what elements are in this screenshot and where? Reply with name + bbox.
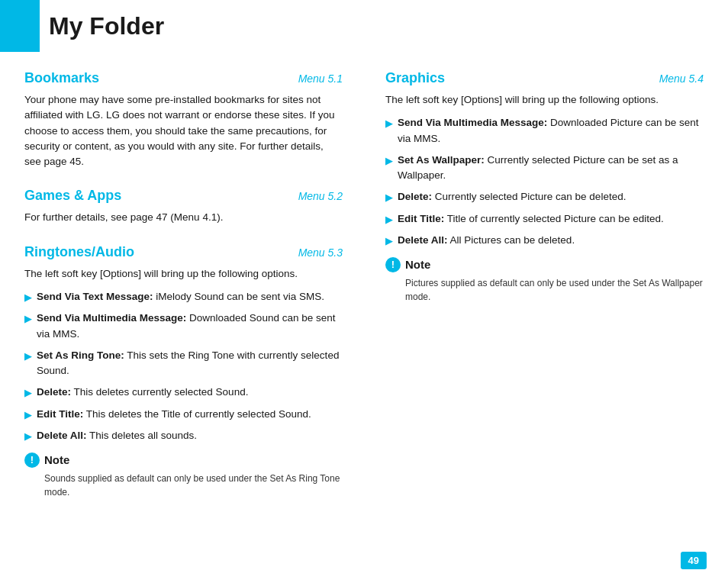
games-apps-title: Games & Apps	[24, 188, 121, 204]
note-body: Sounds supplied as default can only be u…	[24, 472, 343, 499]
ringtones-bullet-list: ▶ Send Via Text Message: iMelody Sound c…	[24, 289, 343, 444]
bullet-text: Set As Wallpaper: Currently selected Pic…	[398, 153, 704, 184]
bookmarks-menu: Menu 5.1	[298, 72, 343, 85]
bullet-arrow-icon: ▶	[385, 190, 393, 205]
list-item: ▶ Set As Wallpaper: Currently selected P…	[385, 153, 704, 184]
header-accent-bar	[0, 0, 40, 52]
graphics-header: Graphics Menu 5.4	[385, 70, 704, 86]
list-item: ▶ Delete All: All Pictures can be delete…	[385, 233, 704, 249]
bullet-arrow-icon: ▶	[385, 212, 393, 227]
bullet-text: Delete: This deletes currently selected …	[37, 385, 343, 400]
list-item: ▶ Send Via Multimedia Message: Downloade…	[24, 311, 343, 342]
bullet-text: Delete All: This deletes all sounds.	[37, 428, 343, 443]
bookmarks-body: Your phone may have some pre-installed b…	[24, 92, 343, 169]
main-content: Bookmarks Menu 5.1 Your phone may have s…	[0, 70, 728, 517]
list-item: ▶ Delete: This deletes currently selecte…	[24, 385, 343, 401]
bullet-text: Set As Ring Tone: This sets the Ring Ton…	[37, 348, 343, 379]
bullet-arrow-icon: ▶	[385, 116, 393, 131]
bookmarks-title: Bookmarks	[24, 70, 99, 86]
graphics-bullet-list: ▶ Send Via Multimedia Message: Downloade…	[385, 115, 704, 249]
graphics-note: ! Note Pictures supplied as default can …	[385, 256, 704, 304]
bookmarks-header: Bookmarks Menu 5.1	[24, 70, 343, 86]
ringtones-intro: The left soft key [Options] will bring u…	[24, 266, 343, 500]
bullet-text: Delete: Currently selected Picture can b…	[398, 189, 704, 205]
bullet-arrow-icon: ▶	[24, 349, 32, 364]
ringtones-header: Ringtones/Audio Menu 5.3	[24, 244, 343, 260]
bullet-arrow-icon: ▶	[385, 234, 393, 249]
list-item: ▶ Set As Ring Tone: This sets the Ring T…	[24, 348, 343, 379]
bullet-text: Edit Title: Title of currently selected …	[398, 211, 704, 227]
left-column: Bookmarks Menu 5.1 Your phone may have s…	[24, 70, 364, 517]
games-apps-header: Games & Apps Menu 5.2	[24, 188, 343, 204]
bullet-text: Edit Title: This deletes the Title of cu…	[37, 407, 343, 422]
note-icon: !	[24, 453, 40, 468]
page-number: 49	[681, 552, 707, 569]
page-header: My Folder	[0, 0, 728, 52]
section-games-apps: Games & Apps Menu 5.2 For further detail…	[24, 188, 343, 225]
page-title: My Folder	[49, 12, 164, 40]
section-ringtones-audio: Ringtones/Audio Menu 5.3 The left soft k…	[24, 244, 343, 500]
games-apps-menu: Menu 5.2	[298, 190, 343, 202]
bullet-text: Send Via Multimedia Message: Downloaded …	[37, 311, 343, 342]
note-header: ! Note	[24, 452, 343, 469]
bullet-text: Send Via Text Message: iMelody Sound can…	[37, 289, 343, 304]
graphics-menu: Menu 5.4	[659, 72, 704, 85]
list-item: ▶ Send Via Multimedia Message: Downloade…	[385, 115, 704, 147]
note-title: Note	[44, 452, 69, 469]
ringtones-menu: Menu 5.3	[298, 246, 343, 259]
games-apps-body: For further details, see page 47 (Menu 4…	[24, 210, 343, 225]
note-body: Pictures supplied as default can only be…	[385, 276, 704, 304]
section-graphics: Graphics Menu 5.4 The left soft key [Opt…	[385, 70, 704, 304]
bullet-arrow-icon: ▶	[24, 311, 32, 327]
bullet-arrow-icon: ▶	[24, 429, 32, 444]
note-header: ! Note	[385, 256, 704, 274]
bullet-arrow-icon: ▶	[24, 385, 32, 401]
note-icon: !	[385, 257, 401, 272]
list-item: ▶ Send Via Text Message: iMelody Sound c…	[24, 289, 343, 305]
bullet-arrow-icon: ▶	[24, 290, 32, 305]
bullet-arrow-icon: ▶	[24, 407, 32, 423]
ringtones-note: ! Note Sounds supplied as default can on…	[24, 452, 343, 500]
section-bookmarks: Bookmarks Menu 5.1 Your phone may have s…	[24, 70, 343, 169]
ringtones-title: Ringtones/Audio	[24, 244, 134, 260]
bullet-text: Send Via Multimedia Message: Downloaded …	[398, 115, 704, 147]
note-title: Note	[405, 256, 430, 274]
list-item: ▶ Edit Title: This deletes the Title of …	[24, 407, 343, 423]
header-title-area: My Folder	[40, 0, 164, 52]
graphics-intro-text: The left soft key [Options] will bring u…	[385, 92, 704, 304]
bullet-text: Delete All: All Pictures can be deleted.	[398, 233, 704, 248]
right-column: Graphics Menu 5.4 The left soft key [Opt…	[364, 70, 704, 517]
list-item: ▶ Delete: Currently selected Picture can…	[385, 189, 704, 205]
list-item: ▶ Delete All: This deletes all sounds.	[24, 428, 343, 444]
graphics-title: Graphics	[385, 70, 445, 86]
list-item: ▶ Edit Title: Title of currently selecte…	[385, 211, 704, 227]
bullet-arrow-icon: ▶	[385, 153, 393, 169]
